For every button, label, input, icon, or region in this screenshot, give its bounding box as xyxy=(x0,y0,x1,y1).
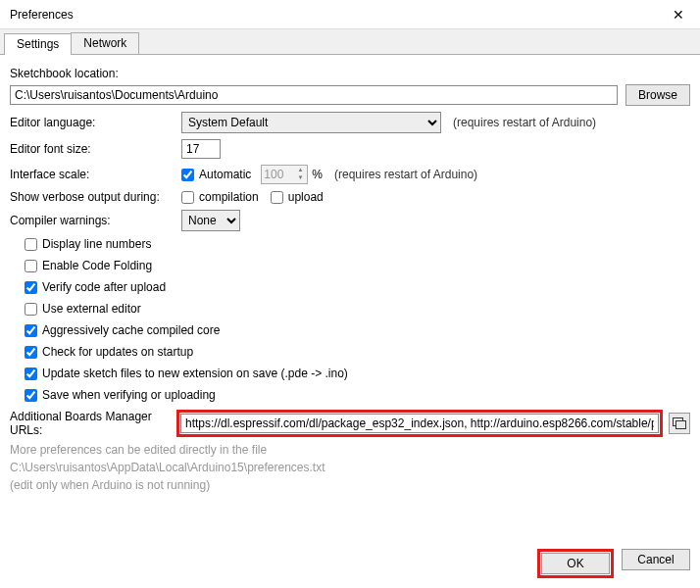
browse-button[interactable]: Browse xyxy=(625,84,690,106)
cache-compiled-core-checkbox[interactable]: Aggressively cache compiled core xyxy=(25,323,690,337)
verify-after-upload-checkbox[interactable]: Verify code after upload xyxy=(25,280,690,294)
svg-rect-1 xyxy=(676,421,686,429)
sketchbook-path-input[interactable] xyxy=(10,85,618,105)
more-prefs-line3: (edit only when Arduino is not running) xyxy=(10,478,690,492)
title-bar: Preferences ✕ xyxy=(0,0,700,29)
cancel-button[interactable]: Cancel xyxy=(622,549,690,570)
display-line-numbers-checkbox[interactable]: Display line numbers xyxy=(25,237,690,251)
content-pane: Sketchbook location: Browse Editor langu… xyxy=(0,55,700,502)
interface-scale-auto-checkbox[interactable]: Automatic xyxy=(181,168,251,181)
use-external-editor-checkbox[interactable]: Use external editor xyxy=(25,302,690,316)
boards-urls-input[interactable] xyxy=(180,414,659,433)
check-updates-checkbox[interactable]: Check for updates on startup xyxy=(25,345,690,359)
interface-scale-hint: (requires restart of Arduino) xyxy=(334,168,477,181)
dialog-footer: OK Cancel xyxy=(537,549,690,578)
more-prefs-line2: C:\Users\ruisantos\AppData\Local\Arduino… xyxy=(10,461,690,474)
editor-language-label: Editor language: xyxy=(10,116,181,129)
interface-scale-spinner[interactable]: 100 ▲▼ xyxy=(261,165,308,184)
save-on-verify-checkbox[interactable]: Save when verifying or uploading xyxy=(25,388,690,402)
tab-network[interactable]: Network xyxy=(71,32,139,54)
close-button[interactable]: ✕ xyxy=(656,0,700,29)
boards-urls-label: Additional Boards Manager URLs: xyxy=(10,410,176,437)
update-extension-checkbox[interactable]: Update sketch files to new extension on … xyxy=(25,367,690,380)
boards-urls-expand-button[interactable] xyxy=(669,413,690,434)
enable-code-folding-checkbox[interactable]: Enable Code Folding xyxy=(25,259,690,272)
compiler-warnings-label: Compiler warnings: xyxy=(10,214,181,227)
more-prefs-line1: More preferences can be edited directly … xyxy=(10,443,690,457)
font-size-input[interactable] xyxy=(181,139,221,159)
interface-scale-label: Interface scale: xyxy=(10,168,181,181)
ok-button[interactable]: OK xyxy=(541,553,610,574)
editor-language-select[interactable]: System Default xyxy=(181,112,441,133)
verbose-compilation-checkbox[interactable]: compilation xyxy=(181,190,259,204)
window-title: Preferences xyxy=(10,8,656,22)
editor-language-hint: (requires restart of Arduino) xyxy=(453,116,596,129)
compiler-warnings-select[interactable]: None xyxy=(181,210,240,231)
font-size-label: Editor font size: xyxy=(10,142,181,156)
tab-settings[interactable]: Settings xyxy=(4,33,72,55)
verbose-upload-checkbox[interactable]: upload xyxy=(271,190,324,204)
verbose-label: Show verbose output during: xyxy=(10,190,181,204)
sketchbook-label: Sketchbook location: xyxy=(10,67,119,80)
window-icon xyxy=(673,417,686,429)
percent-label: % xyxy=(312,168,323,181)
tab-bar: Settings Network xyxy=(0,29,700,55)
